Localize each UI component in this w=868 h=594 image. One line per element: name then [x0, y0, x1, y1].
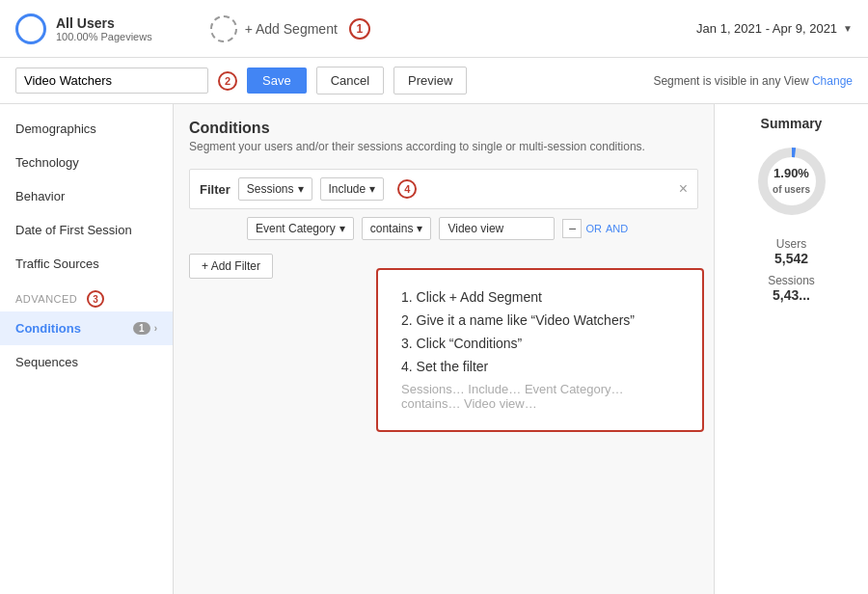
contains-chevron-icon: ▾: [417, 222, 422, 235]
conditions-header: Conditions Segment your users and/or the…: [189, 120, 698, 153]
value-input[interactable]: [439, 217, 555, 240]
conditions-badge: 1: [133, 322, 150, 335]
users-value: 5,542: [774, 251, 808, 266]
top-bar: All Users 100.00% Pageviews + Add Segmen…: [0, 0, 868, 58]
summary-panel: Summary 1.90% of users Users 5,542 Sessi…: [714, 104, 868, 594]
contains-dropdown[interactable]: contains ▾: [362, 217, 432, 240]
all-users-subtitle: 100.00% Pageviews: [56, 31, 152, 42]
badge-2: 2: [218, 71, 237, 91]
sidebar-advanced-section: Advanced 3: [0, 281, 173, 311]
sidebar-item-traffic-sources[interactable]: Traffic Sources: [0, 247, 173, 281]
include-chevron-icon: ▾: [369, 182, 375, 196]
instruction-item-2: 2. Give it a name like “Video Watchers”: [401, 312, 679, 328]
sessions-label: Sessions: [768, 274, 815, 287]
all-users-title: All Users: [56, 15, 152, 31]
sessions-stat: Sessions 5,43...: [768, 274, 815, 303]
conditions-label: Conditions: [15, 321, 81, 336]
advanced-label: Advanced: [15, 293, 77, 305]
or-and-box: − OR AND: [562, 219, 628, 238]
donut-chart: 1.90% of users: [753, 143, 830, 220]
badge-1: 1: [349, 18, 370, 40]
visibility-text: Segment is visible in any View: [653, 74, 808, 88]
sidebar-item-date-label: Date of First Session: [15, 223, 132, 237]
sessions-value: 5,43...: [768, 287, 815, 303]
summary-title: Summary: [761, 116, 823, 131]
toolbar: 2 Save Cancel Preview Segment is visible…: [0, 58, 868, 104]
instruction-box: 1. Click + Add Segment 2. Give it a name…: [376, 268, 704, 432]
event-category-dropdown[interactable]: Event Category ▾: [247, 217, 354, 240]
instruction-item-3: 3. Click “Conditions”: [401, 336, 679, 351]
badge-4: 4: [397, 179, 417, 199]
sidebar-item-sequences[interactable]: Sequences: [0, 345, 173, 379]
minus-button[interactable]: −: [562, 219, 582, 238]
users-stat: Users 5,542: [774, 237, 808, 266]
change-link[interactable]: Change: [812, 74, 853, 88]
sequences-label: Sequences: [15, 355, 78, 369]
and-button[interactable]: AND: [606, 223, 628, 234]
event-category-label: Event Category: [256, 222, 336, 235]
body-area: Demographics Technology Behavior Date of…: [0, 104, 868, 594]
sidebar-item-traffic-label: Traffic Sources: [15, 256, 99, 271]
conditions-title: Conditions: [189, 120, 698, 137]
sessions-dropdown[interactable]: Sessions ▾: [238, 177, 312, 201]
sessions-chevron-icon: ▾: [298, 182, 304, 196]
add-filter-button[interactable]: + Add Filter: [189, 254, 273, 279]
or-button[interactable]: OR: [585, 223, 602, 234]
all-users-icon: [15, 14, 46, 44]
instruction-item-4: 4. Set the filter: [401, 359, 679, 374]
include-option: Include: [329, 182, 366, 196]
chevron-right-icon: ›: [154, 323, 157, 334]
cancel-button[interactable]: Cancel: [316, 67, 384, 94]
donut-percent: 1.90% of users: [773, 166, 810, 196]
instruction-item-1: 1. Click + Add Segment: [401, 289, 679, 305]
event-category-chevron-icon: ▾: [339, 222, 345, 235]
instruction-list: 1. Click + Add Segment 2. Give it a name…: [401, 289, 679, 374]
badge-3: 3: [87, 290, 104, 308]
conditions-desc: Segment your users and/or their sessions…: [189, 140, 698, 153]
chevron-down-icon: ▼: [843, 23, 853, 34]
all-users-segment: All Users 100.00% Pageviews: [15, 14, 152, 44]
contains-label: contains: [370, 222, 414, 235]
filter-label: Filter: [200, 182, 231, 197]
save-button[interactable]: Save: [247, 68, 307, 94]
sidebar-item-technology-label: Technology: [15, 155, 79, 170]
sidebar-item-date-of-first-session[interactable]: Date of First Session: [0, 213, 173, 247]
sidebar-item-behavior[interactable]: Behavior: [0, 179, 173, 213]
segment-visibility: Segment is visible in any View Change: [653, 74, 853, 88]
main-content: 2 Save Cancel Preview Segment is visible…: [0, 58, 868, 594]
sidebar-item-technology[interactable]: Technology: [0, 146, 173, 179]
add-segment-area[interactable]: + Add Segment 1: [210, 15, 370, 42]
filter-close-icon[interactable]: ×: [679, 180, 688, 198]
all-users-info: All Users 100.00% Pageviews: [56, 15, 152, 42]
sidebar: Demographics Technology Behavior Date of…: [0, 104, 174, 594]
add-segment-circle-icon: [210, 15, 237, 42]
sidebar-item-demographics-label: Demographics: [15, 122, 96, 136]
date-range[interactable]: Jan 1, 2021 - Apr 9, 2021 ▼: [696, 21, 853, 36]
filter-row: Filter Sessions ▾ Include ▾ 4 ×: [189, 169, 698, 209]
sessions-option: Sessions: [247, 182, 294, 196]
of-users-label: of users: [773, 184, 810, 195]
condition-row: Event Category ▾ contains ▾ − OR AND: [189, 217, 698, 240]
sidebar-item-behavior-label: Behavior: [15, 189, 65, 203]
add-segment-label[interactable]: + Add Segment: [245, 21, 338, 37]
percent-value: 1.90%: [773, 166, 809, 180]
sidebar-item-conditions[interactable]: Conditions 1 ›: [0, 311, 173, 345]
preview-button[interactable]: Preview: [393, 67, 467, 94]
segment-name-input[interactable]: [15, 68, 208, 94]
main-panel: Conditions Segment your users and/or the…: [174, 104, 714, 594]
instruction-sub: Sessions… Include… Event Category… conta…: [401, 382, 679, 411]
include-dropdown[interactable]: Include ▾: [320, 177, 385, 201]
sidebar-item-demographics[interactable]: Demographics: [0, 112, 173, 146]
date-range-text: Jan 1, 2021 - Apr 9, 2021: [696, 21, 837, 36]
users-label: Users: [774, 237, 808, 251]
